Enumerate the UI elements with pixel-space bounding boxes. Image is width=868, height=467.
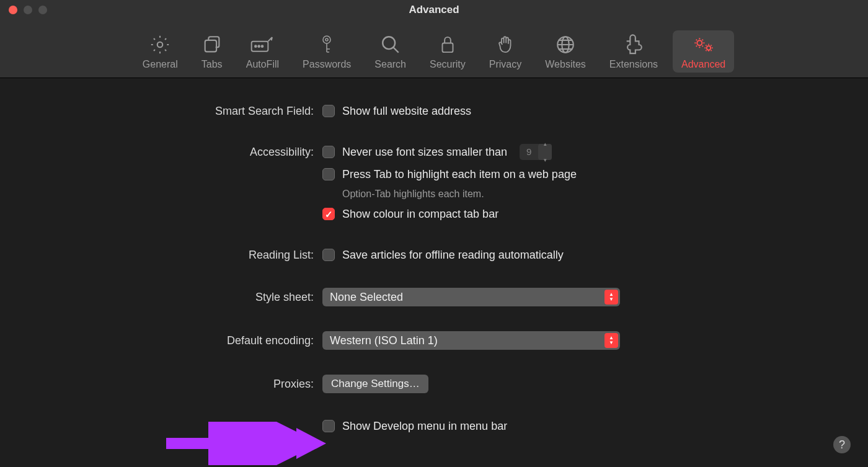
save-offline-checkbox[interactable]: [322, 249, 335, 261]
chevron-updown-icon: ▴▾: [538, 144, 552, 160]
svg-point-3: [255, 45, 257, 47]
tab-label: Advanced: [681, 59, 725, 70]
help-button[interactable]: ?: [833, 436, 851, 453]
window-controls: [9, 6, 47, 14]
style-sheet-select[interactable]: None Selected ▲▼: [322, 288, 620, 306]
tab-label: General: [143, 59, 178, 70]
reading-list-label: Reading List:: [0, 247, 322, 263]
tab-passwords[interactable]: Passwords: [294, 30, 360, 73]
tab-privacy[interactable]: Privacy: [480, 30, 530, 73]
key-icon: [319, 34, 334, 55]
show-develop-menu-checkbox[interactable]: [322, 420, 335, 432]
style-sheet-value: None Selected: [322, 291, 403, 304]
change-settings-button[interactable]: Change Settings…: [322, 375, 428, 393]
svg-point-6: [323, 36, 330, 43]
hand-icon: [496, 34, 515, 55]
svg-point-4: [259, 45, 260, 47]
tab-label: Websites: [545, 59, 586, 70]
svg-rect-9: [442, 43, 453, 53]
never-smaller-than-label: Never use font sizes smaller than: [342, 144, 507, 160]
press-tab-hint: Option-Tab highlights each item.: [342, 189, 868, 200]
title-bar: Advanced: [0, 0, 868, 20]
svg-point-8: [383, 37, 395, 49]
tab-advanced[interactable]: Advanced: [673, 30, 734, 73]
default-encoding-value: Western (ISO Latin 1): [322, 334, 438, 347]
svg-point-0: [157, 42, 163, 48]
default-encoding-select[interactable]: Western (ISO Latin 1) ▲▼: [322, 331, 620, 350]
style-sheet-label: Style sheet:: [0, 288, 322, 306]
autofill-icon: [250, 34, 275, 55]
tab-autofill[interactable]: AutoFill: [237, 30, 288, 73]
press-tab-checkbox[interactable]: [322, 168, 335, 180]
tab-tabs[interactable]: Tabs: [193, 30, 231, 73]
svg-point-7: [326, 38, 328, 41]
tab-websites[interactable]: Websites: [536, 30, 595, 73]
proxies-label: Proxies:: [0, 375, 322, 393]
tab-general[interactable]: General: [134, 30, 187, 73]
svg-point-13: [706, 46, 711, 50]
tab-security[interactable]: Security: [421, 30, 474, 73]
tab-label: Security: [430, 59, 466, 70]
gear-icon: [149, 34, 170, 55]
tab-label: Extensions: [609, 59, 658, 70]
accessibility-label: Accessibility:: [0, 144, 322, 160]
show-colour-label: Show colour in compact tab bar: [342, 206, 498, 222]
show-full-address-label: Show full website address: [342, 103, 471, 119]
gears-icon: [691, 34, 716, 55]
lock-icon: [438, 34, 457, 55]
advanced-pane: Smart Search Field: Show full website ad…: [0, 78, 868, 434]
show-colour-checkbox[interactable]: [322, 208, 335, 220]
never-smaller-than-checkbox[interactable]: [322, 146, 335, 158]
window-minimize-button[interactable]: [24, 6, 32, 14]
tab-strip: General Tabs AutoFill Passwords Search: [134, 30, 734, 73]
show-develop-menu-label: Show Develop menu in menu bar: [342, 418, 507, 434]
window-zoom-button[interactable]: [38, 6, 47, 14]
tab-label: Tabs: [202, 59, 223, 70]
tab-search[interactable]: Search: [366, 30, 415, 73]
window-close-button[interactable]: [9, 6, 17, 14]
tab-extensions[interactable]: Extensions: [601, 30, 666, 73]
smart-search-label: Smart Search Field:: [0, 103, 322, 119]
tab-label: Search: [374, 59, 406, 70]
svg-rect-1: [205, 40, 216, 51]
tabs-icon: [202, 34, 223, 55]
tab-label: Passwords: [303, 59, 351, 70]
tab-label: AutoFill: [246, 59, 279, 70]
puzzle-icon: [623, 34, 644, 55]
svg-point-5: [262, 45, 264, 47]
window-title: Advanced: [409, 4, 459, 16]
preferences-toolbar: General Tabs AutoFill Passwords Search: [0, 20, 868, 78]
default-encoding-label: Default encoding:: [0, 331, 322, 350]
tab-label: Privacy: [489, 59, 521, 70]
save-offline-label: Save articles for offline reading automa…: [342, 247, 564, 263]
chevron-updown-icon: ▲▼: [604, 333, 618, 348]
font-size-value: 9: [520, 144, 538, 160]
font-size-stepper[interactable]: 9 ▴▾: [520, 144, 552, 160]
globe-icon: [555, 34, 576, 55]
svg-point-12: [697, 40, 702, 45]
chevron-updown-icon: ▲▼: [604, 290, 618, 305]
press-tab-label: Press Tab to highlight each item on a we…: [342, 166, 577, 182]
show-full-address-checkbox[interactable]: [322, 105, 335, 117]
search-icon: [380, 34, 401, 55]
